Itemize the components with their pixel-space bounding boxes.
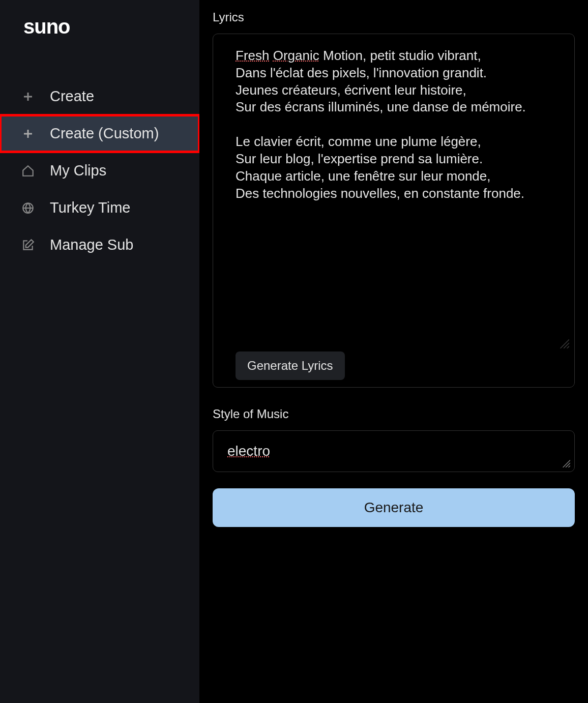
resize-handle[interactable]	[557, 336, 569, 348]
globe-icon	[20, 200, 36, 216]
sidebar: suno Create Create (Custom) My Clips Tur…	[0, 0, 199, 703]
style-value: electro	[227, 443, 270, 459]
lyrics-label: Lyrics	[213, 10, 575, 24]
sidebar-item-label: Create	[50, 88, 94, 105]
sidebar-item-label: Manage Sub	[50, 237, 133, 253]
sidebar-item-label: Turkey Time	[50, 199, 130, 216]
lyrics-box: Fresh Organic Motion, petit studio vibra…	[213, 34, 575, 388]
style-label: Style of Music	[213, 407, 575, 421]
plus-icon	[20, 89, 36, 104]
style-input[interactable]: electro	[227, 443, 560, 459]
sidebar-item-label: My Clips	[50, 162, 106, 179]
edit-icon	[20, 238, 36, 253]
resize-handle[interactable]	[561, 458, 571, 468]
home-icon	[20, 163, 36, 179]
spell-word: Organic	[273, 48, 319, 63]
sidebar-item-my-clips[interactable]: My Clips	[0, 152, 199, 189]
logo: suno	[0, 15, 199, 38]
sidebar-item-create-custom[interactable]: Create (Custom)	[0, 115, 199, 152]
sidebar-item-turkey-time[interactable]: Turkey Time	[0, 189, 199, 226]
plus-icon	[20, 126, 36, 141]
style-box: electro	[213, 430, 575, 472]
lyrics-textarea[interactable]: Fresh Organic Motion, petit studio vibra…	[236, 47, 567, 352]
spell-word: Fresh	[236, 48, 269, 63]
main-content: Lyrics Fresh Organic Motion, petit studi…	[199, 0, 588, 703]
sidebar-item-create[interactable]: Create	[0, 78, 199, 115]
svg-line-11	[568, 465, 570, 467]
sidebar-item-label: Create (Custom)	[50, 125, 159, 142]
generate-lyrics-button[interactable]: Generate Lyrics	[236, 352, 345, 380]
svg-line-8	[567, 346, 569, 348]
generate-button[interactable]: Generate	[213, 488, 575, 527]
sidebar-item-manage-sub[interactable]: Manage Sub	[0, 226, 199, 263]
